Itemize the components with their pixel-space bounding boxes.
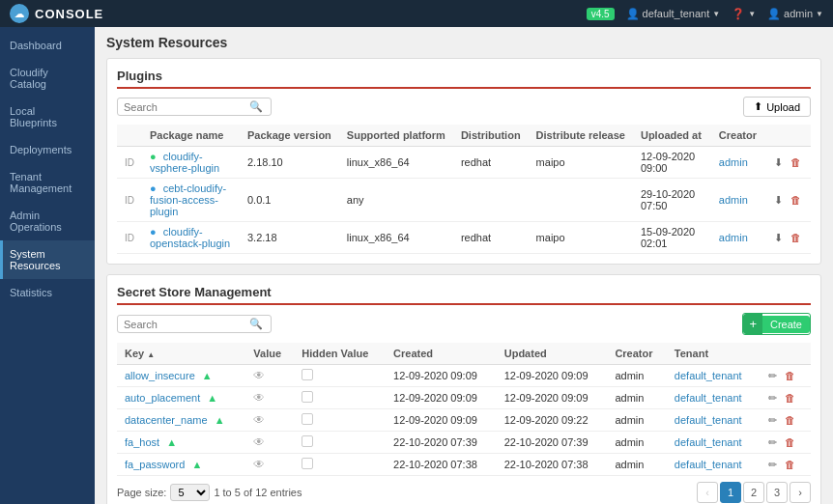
tenant-selector[interactable]: 👤 default_tenant ▼ (626, 8, 721, 20)
sidebar-item-statistics[interactable]: Statistics (0, 279, 95, 306)
secret-key-link[interactable]: allow_insecure (125, 370, 195, 381)
page-2-button[interactable]: 2 (743, 482, 764, 503)
tenant-link[interactable]: default_tenant (675, 459, 742, 470)
edit-icon[interactable]: ✏ (766, 459, 779, 471)
secret-updated: 12-09-2020 09:22 (497, 409, 608, 432)
create-plus-button[interactable]: + (743, 314, 762, 334)
help-button[interactable]: ❓ ▼ (732, 8, 756, 20)
status-icon: ▲ (202, 370, 213, 381)
plugins-search-box[interactable]: 🔍 (117, 98, 272, 116)
secret-key: allow_insecure ▲ (117, 365, 245, 387)
plugin-actions: ⬇ 🗑 (764, 147, 811, 179)
eye-icon[interactable]: 👁 (253, 369, 265, 382)
plugin-name-link[interactable]: cloudify-openstack-plugin (150, 226, 230, 249)
upload-button[interactable]: ⬆ Upload (743, 97, 811, 117)
status-icon: ▲ (207, 392, 217, 404)
delete-icon[interactable]: 🗑 (783, 414, 797, 426)
creator-link[interactable]: admin (719, 194, 748, 206)
secret-key-link[interactable]: fa_password (125, 459, 185, 470)
prev-page-button[interactable]: ‹ (697, 482, 718, 503)
secret-key-link[interactable]: fa_host (125, 436, 159, 448)
delete-icon[interactable]: 🗑 (783, 459, 797, 470)
next-page-button[interactable]: › (790, 482, 811, 503)
col-uploaded-at: Uploaded at (633, 125, 711, 147)
col-key[interactable]: Key ▲ (117, 343, 245, 365)
eye-icon[interactable]: 👁 (253, 435, 265, 449)
hidden-value-checkbox[interactable] (302, 458, 313, 469)
plugin-name-link[interactable]: cloudify-vsphere-plugin (150, 151, 219, 174)
delete-icon[interactable]: 🗑 (789, 232, 803, 243)
page-size-label: Page size: (117, 487, 166, 498)
edit-icon[interactable]: ✏ (766, 414, 779, 427)
tenant-link[interactable]: default_tenant (675, 414, 742, 426)
secret-hidden-value (294, 454, 386, 476)
download-icon[interactable]: ⬇ (772, 156, 785, 169)
sidebar-item-admin-operations[interactable]: Admin Operations (0, 202, 95, 240)
secret-value: 👁 (245, 365, 294, 387)
sidebar-item-cloudify-catalog[interactable]: Cloudify Catalog (0, 59, 95, 98)
hidden-value-checkbox[interactable] (302, 435, 313, 447)
download-icon[interactable]: ⬇ (772, 194, 785, 207)
secret-search-box[interactable]: 🔍 (117, 315, 272, 333)
tenant-link[interactable]: default_tenant (675, 436, 742, 448)
sidebar-item-deployments[interactable]: Deployments (0, 136, 95, 163)
tenant-label: default_tenant (643, 8, 710, 19)
delete-icon[interactable]: 🗑 (783, 370, 797, 381)
edit-icon[interactable]: ✏ (766, 436, 779, 449)
page-size-selector: Page size: 5 10 25 1 to 5 of 12 entries (117, 484, 302, 501)
col-package-version: Package version (240, 125, 339, 147)
plugin-name-link[interactable]: cebt-cloudify-fusion-access-plugin (150, 182, 226, 217)
secret-actions: ✏ 🗑 (759, 409, 811, 432)
page-1-button[interactable]: 1 (720, 482, 741, 503)
col-created: Created (386, 343, 497, 365)
search-icon: 🔍 (249, 318, 263, 330)
hidden-value-checkbox[interactable] (302, 369, 313, 380)
sidebar-item-system-resources[interactable]: System Resources (0, 240, 95, 279)
delete-icon[interactable]: 🗑 (789, 194, 803, 206)
secret-hidden-value (294, 365, 386, 387)
header: ☁ CONSOLE v4.5 👤 default_tenant ▼ ❓ ▼ 👤 … (0, 0, 833, 27)
hidden-value-checkbox[interactable] (302, 413, 313, 425)
status-icon: ▲ (166, 436, 177, 448)
creator-link[interactable]: admin (719, 232, 748, 243)
secret-value: 👁 (245, 454, 294, 476)
secret-store-toolbar: 🔍 + Create (117, 313, 811, 335)
page-3-button[interactable]: 3 (766, 482, 788, 503)
chevron-down-icon: ▼ (816, 10, 823, 18)
secret-store-header: Secret Store Management (117, 285, 811, 305)
secret-key-link[interactable]: datacenter_name (125, 414, 208, 426)
plugin-platform: linux_x86_64 (339, 147, 453, 179)
edit-icon[interactable]: ✏ (766, 392, 779, 405)
eye-icon[interactable]: 👁 (253, 391, 265, 405)
delete-icon[interactable]: 🗑 (783, 436, 797, 448)
col-creator: Creator (607, 343, 666, 365)
plugin-name: ● cloudify-openstack-plugin (142, 222, 240, 254)
secret-search-input[interactable] (124, 319, 249, 330)
plugin-id: ID (117, 147, 142, 179)
secret-created: 22-10-2020 07:39 (386, 432, 497, 454)
create-label-button[interactable]: Create (762, 316, 810, 333)
tenant-link[interactable]: default_tenant (675, 392, 742, 404)
plugins-search-input[interactable] (124, 101, 249, 113)
plugin-platform: linux_x86_64 (339, 222, 453, 254)
plugin-distribution (453, 179, 529, 222)
edit-icon[interactable]: ✏ (766, 370, 779, 382)
tenant-link[interactable]: default_tenant (675, 370, 742, 381)
sidebar-item-local-blueprints[interactable]: Local Blueprints (0, 98, 95, 136)
chevron-down-icon: ▼ (748, 10, 756, 18)
user-menu[interactable]: 👤 admin ▼ (767, 8, 823, 20)
download-icon[interactable]: ⬇ (772, 232, 785, 244)
secret-creator: admin (607, 365, 666, 387)
page-size-select[interactable]: 5 10 25 (170, 484, 210, 501)
creator-link[interactable]: admin (719, 156, 748, 168)
delete-icon[interactable]: 🗑 (783, 392, 797, 404)
search-icon: 🔍 (249, 100, 263, 113)
hidden-value-checkbox[interactable] (302, 391, 313, 403)
sidebar-item-tenant-management[interactable]: Tenant Management (0, 163, 95, 202)
eye-icon[interactable]: 👁 (253, 413, 265, 427)
table-row: fa_host ▲ 👁 22-10-2020 07:39 22-10-2020 … (117, 432, 811, 454)
secret-key-link[interactable]: auto_placement (125, 392, 200, 404)
eye-icon[interactable]: 👁 (253, 458, 265, 471)
delete-icon[interactable]: 🗑 (789, 156, 803, 168)
sidebar-item-dashboard[interactable]: Dashboard (0, 32, 95, 59)
